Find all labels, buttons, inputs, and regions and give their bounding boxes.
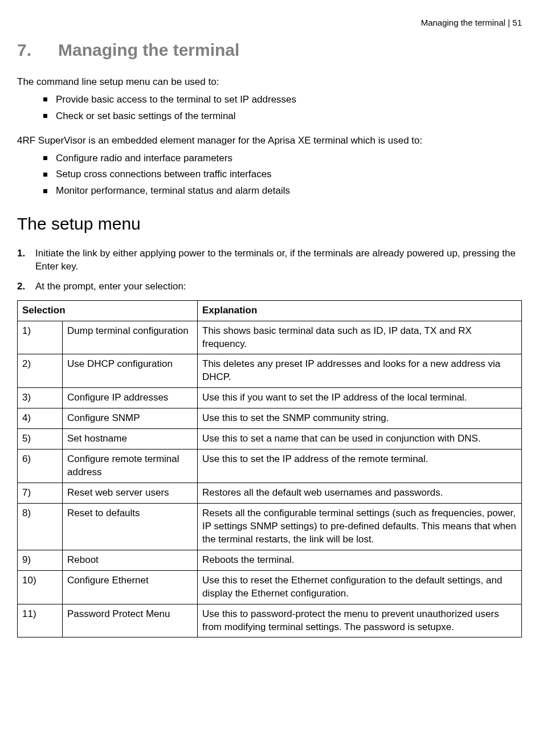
table-row: 2) Use DHCP configuration This deletes a…	[18, 354, 522, 388]
row-name: Use DHCP configuration	[63, 354, 198, 388]
header-page: 51	[512, 18, 522, 27]
row-index: 4)	[18, 408, 63, 429]
chapter-number: 7.	[17, 39, 58, 62]
list-item: Configure radio and interface parameters	[43, 152, 522, 165]
row-explanation: Resets all the configurable terminal set…	[198, 503, 522, 550]
intro-1: The command line setup menu can be used …	[17, 76, 522, 89]
chapter-heading: 7.Managing the terminal	[17, 39, 522, 62]
section-heading: The setup menu	[17, 213, 522, 236]
header-title: Managing the terminal	[421, 18, 505, 27]
row-index: 9)	[18, 550, 63, 570]
row-name: Configure Ethernet	[63, 570, 198, 604]
row-name: Dump terminal configuration	[63, 321, 198, 354]
row-index: 7)	[18, 483, 63, 504]
step-text: At the prompt, enter your selection:	[35, 281, 186, 292]
col-selection: Selection	[18, 300, 198, 321]
row-explanation: Reboots the terminal.	[198, 550, 522, 570]
step-number: 1.	[17, 247, 25, 260]
row-explanation: This deletes any preset IP addresses and…	[198, 354, 522, 388]
row-explanation: Use this to password-protect the menu to…	[198, 604, 522, 638]
row-index: 2)	[18, 354, 63, 388]
table-row: 10) Configure Ethernet Use this to reset…	[18, 570, 522, 604]
row-explanation: Use this to set the SNMP community strin…	[198, 408, 522, 429]
table-row: 5) Set hostname Use this to set a name t…	[18, 429, 522, 449]
row-name: Configure IP addresses	[63, 388, 198, 408]
table-row: 8) Reset to defaults Resets all the conf…	[18, 503, 522, 550]
table-row: 1) Dump terminal configuration This show…	[18, 321, 522, 354]
row-name: Reset web server users	[63, 483, 198, 504]
row-explanation: Use this if you want to set the IP addre…	[198, 388, 522, 408]
step-2: 2. At the prompt, enter your selection:	[17, 280, 522, 293]
intro-2: 4RF SuperVisor is an embedded element ma…	[17, 134, 522, 148]
list-item: Provide basic access to the terminal to …	[43, 93, 522, 107]
table-header-row: Selection Explanation	[18, 300, 522, 321]
selection-table: Selection Explanation 1) Dump terminal c…	[17, 300, 522, 638]
row-name: Set hostname	[63, 429, 198, 449]
row-explanation: Use this to reset the Ethernet configura…	[198, 570, 522, 604]
row-explanation: This shows basic terminal data such as I…	[198, 321, 522, 354]
row-index: 1)	[18, 321, 63, 354]
page-header: Managing the terminal | 51	[17, 17, 522, 28]
table-row: 3) Configure IP addresses Use this if yo…	[18, 388, 522, 408]
list-item: Check or set basic settings of the termi…	[43, 110, 522, 123]
row-index: 6)	[18, 449, 63, 483]
row-name: Password Protect Menu	[63, 604, 198, 638]
row-explanation: Restores all the default web usernames a…	[198, 483, 522, 504]
row-index: 5)	[18, 429, 63, 449]
chapter-title: Managing the terminal	[58, 40, 239, 59]
row-name: Configure SNMP	[63, 408, 198, 429]
row-index: 3)	[18, 388, 63, 408]
col-explanation: Explanation	[198, 300, 522, 321]
table-row: 6) Configure remote terminal address Use…	[18, 449, 522, 483]
table-row: 11) Password Protect Menu Use this to pa…	[18, 604, 522, 638]
step-1: 1. Initiate the link by either applying …	[17, 247, 522, 273]
table-row: 4) Configure SNMP Use this to set the SN…	[18, 408, 522, 429]
row-index: 8)	[18, 503, 63, 550]
row-explanation: Use this to set a name that can be used …	[198, 429, 522, 449]
step-text: Initiate the link by either applying pow…	[35, 248, 516, 272]
table-row: 7) Reset web server users Restores all t…	[18, 483, 522, 504]
row-name: Reset to defaults	[63, 503, 198, 550]
list-item: Monitor performance, terminal status and…	[43, 185, 522, 198]
list-1: Provide basic access to the terminal to …	[17, 93, 522, 123]
header-sep: |	[505, 18, 512, 27]
row-index: 11)	[18, 604, 63, 638]
list-2: Configure radio and interface parameters…	[17, 152, 522, 198]
row-name: Reboot	[63, 550, 198, 570]
list-item: Setup cross connections between traffic …	[43, 168, 522, 181]
table-row: 9) Reboot Reboots the terminal.	[18, 550, 522, 570]
row-name: Configure remote terminal address	[63, 449, 198, 483]
row-index: 10)	[18, 570, 63, 604]
row-explanation: Use this to set the IP address of the re…	[198, 449, 522, 483]
step-number: 2.	[17, 280, 25, 293]
